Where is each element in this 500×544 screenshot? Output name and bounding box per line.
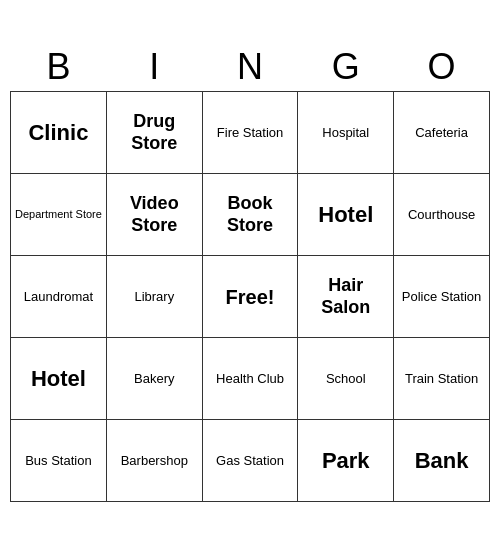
bingo-row-0: ClinicDrug StoreFire StationHospitalCafe… <box>11 92 490 174</box>
bingo-row-3: HotelBakeryHealth ClubSchoolTrain Statio… <box>11 338 490 420</box>
bingo-cell-4-1: Barbershop <box>106 420 202 502</box>
bingo-cell-4-4: Bank <box>394 420 490 502</box>
bingo-letter-g: G <box>298 42 394 92</box>
bingo-cell-1-0: Department Store <box>11 174 107 256</box>
bingo-row-2: LaundromatLibraryFree!Hair SalonPolice S… <box>11 256 490 338</box>
bingo-cell-0-4: Cafeteria <box>394 92 490 174</box>
bingo-cell-0-3: Hospital <box>298 92 394 174</box>
bingo-letter-o: O <box>394 42 490 92</box>
bingo-cell-1-4: Courthouse <box>394 174 490 256</box>
bingo-cell-1-2: Book Store <box>202 174 298 256</box>
bingo-cell-3-3: School <box>298 338 394 420</box>
bingo-letter-n: N <box>202 42 298 92</box>
bingo-cell-2-1: Library <box>106 256 202 338</box>
bingo-cell-2-0: Laundromat <box>11 256 107 338</box>
bingo-cell-2-3: Hair Salon <box>298 256 394 338</box>
bingo-row-4: Bus StationBarbershopGas StationParkBank <box>11 420 490 502</box>
bingo-cell-3-2: Health Club <box>202 338 298 420</box>
bingo-cell-1-3: Hotel <box>298 174 394 256</box>
bingo-cell-4-3: Park <box>298 420 394 502</box>
bingo-cell-1-1: Video Store <box>106 174 202 256</box>
bingo-cell-0-1: Drug Store <box>106 92 202 174</box>
bingo-cell-0-0: Clinic <box>11 92 107 174</box>
bingo-cell-4-0: Bus Station <box>11 420 107 502</box>
bingo-letter-i: I <box>106 42 202 92</box>
bingo-row-1: Department StoreVideo StoreBook StoreHot… <box>11 174 490 256</box>
bingo-cell-0-2: Fire Station <box>202 92 298 174</box>
bingo-cell-2-2: Free! <box>202 256 298 338</box>
bingo-letter-b: B <box>11 42 107 92</box>
bingo-body: ClinicDrug StoreFire StationHospitalCafe… <box>11 92 490 502</box>
bingo-card: BINGO ClinicDrug StoreFire StationHospit… <box>10 42 490 503</box>
bingo-cell-3-0: Hotel <box>11 338 107 420</box>
bingo-cell-3-1: Bakery <box>106 338 202 420</box>
bingo-cell-2-4: Police Station <box>394 256 490 338</box>
bingo-header: BINGO <box>11 42 490 92</box>
bingo-cell-4-2: Gas Station <box>202 420 298 502</box>
bingo-cell-3-4: Train Station <box>394 338 490 420</box>
